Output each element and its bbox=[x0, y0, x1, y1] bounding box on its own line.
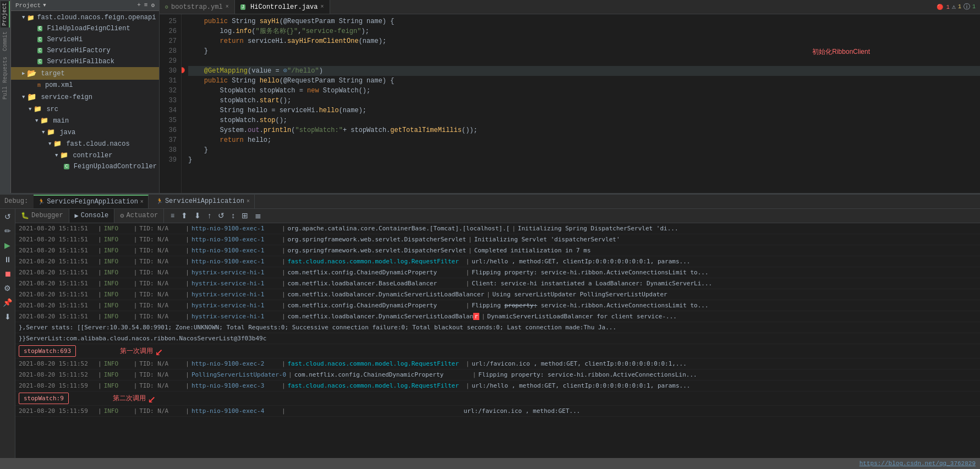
log-timestamp: 2021-08-20 15:11:51 bbox=[19, 224, 96, 233]
log-level: INFO bbox=[104, 290, 132, 299]
log-class: org.springframework.web.servlet.Dispatch… bbox=[288, 235, 467, 244]
tab-label: HiController.java bbox=[250, 3, 317, 11]
tree-item[interactable]: C ServiceHiFactory bbox=[11, 45, 159, 56]
pause-button[interactable]: ⏸ bbox=[2, 254, 14, 265]
log-thread: hystrix-service-hi-1 bbox=[191, 312, 280, 321]
tree-item[interactable]: ▼ 📁 fast.cloud.nacos bbox=[11, 138, 159, 150]
tree-item[interactable]: C ServiceHi bbox=[11, 34, 159, 45]
code-line-36: System.out.println("stopWatch:"+ stopWat… bbox=[188, 125, 980, 135]
status-url[interactable]: https://blog.csdn.net/qq_3762829 bbox=[859, 460, 976, 467]
console-output[interactable]: 2021-08-20 15:11:51 | INFO | TID: N/A | … bbox=[15, 223, 980, 459]
tree-item-target[interactable]: ▶ 📂 target bbox=[11, 67, 159, 80]
tree-item-label: pom.xml bbox=[45, 81, 73, 89]
log-thread: hystrix-service-hi-1 bbox=[191, 268, 280, 277]
tree-item[interactable]: ▼ 📁 main bbox=[11, 115, 159, 126]
tree-title: Project bbox=[15, 2, 41, 9]
settings-button[interactable]: ⚙ bbox=[2, 283, 13, 294]
stopwatch-box-1[interactable]: stopWatch:693 bbox=[19, 345, 76, 357]
log-thread: http-nio-9100-exec-1 bbox=[191, 224, 280, 233]
code-line-38: } bbox=[188, 145, 980, 155]
close-icon[interactable]: × bbox=[140, 199, 144, 205]
format-button[interactable]: ≣ bbox=[253, 210, 264, 221]
log-row: 2021-08-20 15:11:51 | INFO | TID: N/A | … bbox=[15, 278, 980, 289]
log-tid: TID: N/A bbox=[139, 381, 183, 390]
code-line-35: stopWatch.stop(); bbox=[188, 115, 980, 125]
project-tree: ▼ 📁 fast.cloud.nacos.feign.openapi C Fil… bbox=[11, 11, 159, 191]
scroll-up-button[interactable]: ⬆ bbox=[179, 210, 190, 221]
tab-debugger[interactable]: 🐛 Debugger bbox=[15, 209, 69, 223]
log-class: com.netflix.config.ChainedDynamicPropert… bbox=[294, 370, 470, 379]
log-row: 2021-08-20 15:11:51 | INFO | TID: N/A | … bbox=[15, 256, 980, 267]
add-icon[interactable]: + bbox=[137, 2, 141, 9]
log-msg: url:/hello , method:GET, clientIp:0:0:0:… bbox=[472, 257, 977, 266]
code-line-26: log.info("服务名称{}","service-feign"); bbox=[188, 26, 980, 36]
copy-button[interactable]: ↺ bbox=[216, 210, 227, 221]
stop-button[interactable]: ⏹ bbox=[2, 268, 14, 279]
log-row: 2021-08-20 15:11:52 | INFO | TID: N/A | … bbox=[15, 358, 980, 369]
tree-item[interactable]: ▼ 📁 controller bbox=[11, 150, 159, 161]
tree-item[interactable]: C FeignUploadController bbox=[11, 161, 159, 172]
search-console-button[interactable]: ↕ bbox=[229, 210, 237, 221]
tree-item[interactable]: C FileUploadFeignClient bbox=[11, 23, 159, 34]
app-icon: 🏃 bbox=[38, 198, 45, 205]
log-tid: TID: N/A bbox=[139, 246, 183, 255]
pin-console-button[interactable]: ↑ bbox=[205, 210, 213, 221]
tree-item[interactable]: ▼ 📁 service-feign bbox=[11, 91, 159, 103]
table-button[interactable]: ⊞ bbox=[239, 210, 250, 221]
tab-hi-controller[interactable]: J HiController.java × bbox=[235, 0, 330, 14]
pin-button[interactable]: 📌 bbox=[1, 297, 14, 308]
debug-app-service-hi[interactable]: 🏃 ServiceHiApplication × bbox=[152, 195, 255, 208]
tree-item[interactable]: m pom.xml bbox=[11, 80, 159, 91]
close-icon[interactable]: × bbox=[321, 4, 324, 10]
project-tab[interactable]: Project bbox=[1, 1, 10, 27]
clear-console-button[interactable]: ≡ bbox=[168, 211, 177, 220]
restart-button[interactable]: ↺ bbox=[2, 211, 13, 222]
stopwatch-value-2: stopWatch:9 bbox=[24, 395, 64, 402]
log-msg: Flipping property: service-hi.ribbon.Act… bbox=[472, 301, 977, 310]
log-msg: DynamicServerListLoadBalancer for client… bbox=[488, 312, 977, 321]
log-level: INFO bbox=[104, 312, 132, 321]
expand-icon: ▼ bbox=[22, 95, 25, 100]
pull-requests-tab[interactable]: Pull Requests bbox=[1, 55, 9, 101]
resume-button[interactable]: ▶ bbox=[2, 240, 13, 251]
code-editor[interactable]: public String sayHi(@RequestParam String… bbox=[182, 14, 980, 193]
chevron-down-icon: ▼ bbox=[43, 3, 46, 8]
collapse-icon[interactable]: ≡ bbox=[144, 2, 148, 9]
tree-item-label: fast.cloud.nacos bbox=[66, 140, 129, 148]
log-tid: TID: N/A bbox=[139, 290, 183, 299]
debug-app-service-feign[interactable]: 🏃 ServiceFeignApplication × bbox=[34, 195, 149, 208]
stopwatch-box-2[interactable]: stopWatch:9 bbox=[19, 393, 69, 404]
tree-item-label: controller bbox=[73, 152, 112, 159]
scroll-down-button[interactable]: ⬇ bbox=[192, 210, 203, 221]
tree-item[interactable]: C ServiceHiFallback bbox=[11, 56, 159, 67]
tree-item-label: ServiceHiFactory bbox=[47, 47, 110, 54]
edit-button[interactable]: ✏ bbox=[2, 225, 13, 236]
tree-item[interactable]: ▼ 📁 java bbox=[11, 126, 159, 138]
debug-sub-tabs: 🐛 Debugger ▶ Console ⚙ Actuator ≡ bbox=[15, 209, 980, 223]
filter-button[interactable]: ⬇ bbox=[2, 311, 13, 322]
tree-item[interactable]: ▼ 📁 fast.cloud.nacos.feign.openapi bbox=[11, 12, 159, 23]
stopwatch-row-2: stopWatch:9 第二次调用 ↙ bbox=[15, 391, 980, 406]
log-class: com.netflix.loadbalancer.DynamicServerLi… bbox=[288, 290, 485, 299]
log-level: INFO bbox=[104, 257, 132, 266]
code-line-34: String hello = serviceHi.hello(name); bbox=[188, 106, 980, 115]
tab-bootstrap-yml[interactable]: ⚙ bootstrap.yml × bbox=[160, 0, 235, 14]
expand-icon: ▼ bbox=[55, 153, 58, 158]
folder-icon: 📁 bbox=[27, 14, 35, 21]
status-bar: https://blog.csdn.net/qq_3762829 bbox=[0, 458, 980, 469]
settings-icon[interactable]: ⚙ bbox=[151, 2, 155, 9]
tree-item[interactable]: ▼ 📁 src bbox=[11, 103, 159, 115]
commit-tab[interactable]: Commit bbox=[1, 30, 9, 53]
log-msg: url:/hello , method:GET, clientIp:0:0:0:… bbox=[472, 381, 977, 390]
log-thread: hystrix-service-hi-1 bbox=[191, 290, 280, 299]
tab-console[interactable]: ▶ Console bbox=[69, 209, 115, 223]
log-tid: TID: N/A bbox=[139, 359, 183, 368]
close-icon[interactable]: × bbox=[226, 4, 229, 10]
log-timestamp: 2021-08-20 15:11:51 bbox=[19, 235, 96, 244]
java-file-icon: C bbox=[37, 59, 42, 64]
log-row: 2021-08-20 15:11:51 | INFO | TID: N/A | … bbox=[15, 234, 980, 245]
line-numbers: 25 26 27 28 29 30 31 32 33 34 35 36 37 3… bbox=[160, 14, 182, 193]
log-tid: TID: N/A bbox=[139, 370, 183, 379]
tab-actuator[interactable]: ⚙ Actuator bbox=[114, 209, 164, 223]
close-icon[interactable]: × bbox=[247, 198, 250, 205]
